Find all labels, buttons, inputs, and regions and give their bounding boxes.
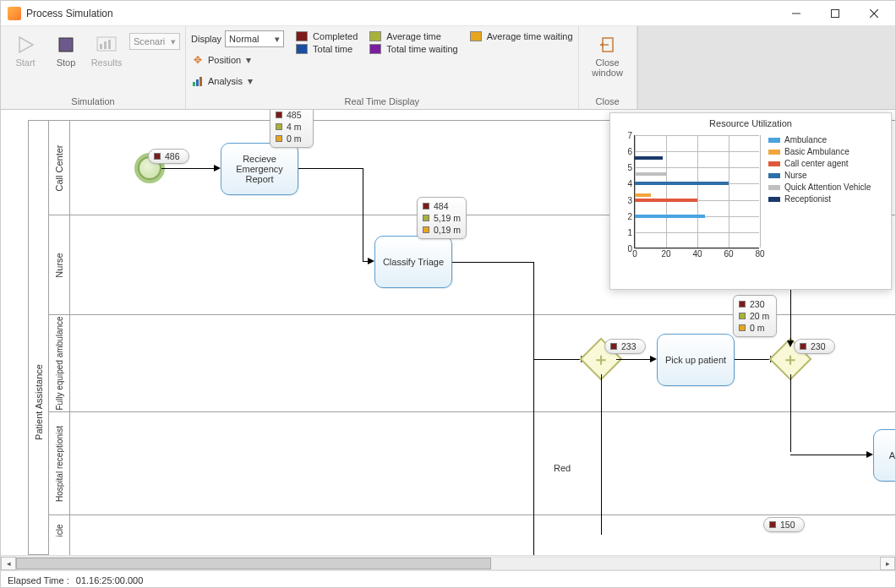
analysis-button[interactable]: Analysis ▾ [191,72,284,90]
horizontal-scrollbar[interactable]: ◂ ▸ [1,555,895,570]
legend-avg-wait: Average time waiting [470,31,573,41]
token-count-start: 486 [148,149,189,164]
chart-axes: 02040608001234567 [615,132,763,267]
results-icon [96,34,117,56]
arrowhead-icon [368,258,374,264]
legend-completed: Completed [296,31,358,41]
position-button[interactable]: ✥ Position ▾ [191,51,284,69]
scroll-track[interactable] [16,557,880,570]
chevron-down-icon: ▾ [171,36,176,47]
svg-rect-5 [59,38,73,52]
chevron-down-icon: ▾ [275,34,280,45]
analysis-icon [191,74,205,88]
sequence-flow [735,359,772,360]
svg-rect-11 [196,79,199,86]
close-button[interactable] [855,1,893,26]
sequence-flow [452,262,533,263]
arrowhead-icon [214,165,221,172]
flow-label-red: Red [554,463,571,473]
svg-rect-10 [193,82,195,86]
svg-rect-1 [832,9,839,17]
chevron-down-icon: ▾ [246,72,254,90]
start-button[interactable]: Start [6,30,45,72]
results-button[interactable]: Results [87,30,126,72]
svg-rect-7 [100,44,102,49]
sequence-flow [363,168,363,261]
legend-total-wait: Total time waiting [369,44,457,54]
close-window-icon [597,34,619,56]
svg-marker-4 [19,37,33,52]
token-count-gateway-1: 233 [604,339,646,354]
elapsed-value: 01.16:25:00.000 [76,575,144,585]
legend-total-time: Total time [296,44,358,54]
pool-title-label: Patient Assistance [34,364,44,440]
chevron-down-icon: ▾ [244,51,253,69]
lane-ambulance: Fully equiped ambulance ＋ 233 Pick up pa… [48,315,895,412]
display-mode-select[interactable]: Normal ▾ [225,30,284,47]
chart-legend: AmbulanceBasic AmbulanceCall center agen… [768,132,871,267]
resource-utilization-panel[interactable]: Resource Utilization 02040608001234567 A… [609,112,892,290]
maximize-button[interactable] [816,1,855,26]
lane-reception: Hospital receptionist Red Auth [48,412,895,515]
chart-title: Resource Utilization [615,118,886,128]
svg-rect-12 [199,77,202,86]
minimize-button[interactable] [777,1,816,26]
titlebar: Process Simulation [1,1,895,26]
task-classify-triage[interactable]: Classify Triage [374,236,452,288]
task-auth[interactable]: Auth [873,429,895,482]
stats-badge-classify: 484 5,19 m 0,19 m [417,197,467,239]
arrowhead-icon [650,356,657,362]
lane-vehicle: icle 150 [48,515,895,555]
scroll-right-button[interactable]: ▸ [880,557,895,570]
sequence-flow [161,168,214,169]
group-label-realtime: Real Time Display [191,95,573,109]
svg-rect-6 [97,37,116,51]
close-window-button[interactable]: Closewindow [584,30,631,82]
sequence-flow [601,374,602,535]
diagram-canvas[interactable]: Patient Assistance Call Center 486 Recie… [1,110,895,555]
stop-button[interactable]: Stop [46,30,85,72]
sequence-flow [790,455,868,455]
stop-icon [55,34,77,56]
stats-badge-receive: 485 4 m 0 m [270,110,314,148]
window-title: Process Simulation [26,8,777,19]
stats-badge-pickup: 230 20 m 0 m [733,295,777,337]
pool-header: Patient Assistance [28,120,48,555]
group-label-close: Close [584,95,631,109]
task-pick-up-patient[interactable]: Pick up patient [657,334,735,386]
svg-rect-8 [104,41,107,49]
arrowhead-icon [866,451,873,458]
status-bar: Elapsed Time : 01.16:25:00.000 [1,570,895,588]
app-logo-icon [8,7,21,20]
sequence-flow [616,359,652,360]
group-label-simulation: Simulation [6,95,180,109]
display-label: Display [191,34,221,44]
token-count-vehicle-partial: 150 [763,517,805,532]
sequence-flow [298,168,363,169]
task-receive-emergency-report[interactable]: Recieve Emergency Report [221,143,298,195]
arrowhead-icon [787,340,794,347]
ribbon: Start Stop Results Scenari ▾ Simulation [1,26,895,110]
sequence-flow [533,359,584,360]
elapsed-label: Elapsed Time : [8,575,69,585]
scroll-left-button[interactable]: ◂ [1,557,16,570]
scenario-select[interactable]: Scenari ▾ [129,33,180,50]
token-count-gateway-2: 230 [794,339,835,354]
sequence-flow [533,262,534,359]
scroll-thumb[interactable] [16,558,491,569]
svg-rect-9 [108,40,111,49]
position-icon: ✥ [191,53,205,67]
svg-marker-15 [600,42,604,47]
legend-avg-time: Average time [369,31,457,41]
play-icon [14,34,36,56]
